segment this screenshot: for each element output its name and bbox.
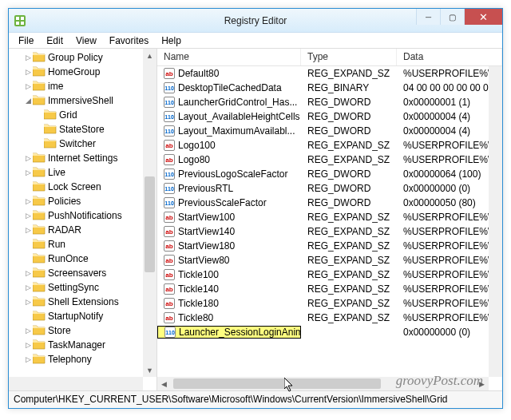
list-row[interactable]: abLogo80REG_EXPAND_SZ%USERPROFILE%\ xyxy=(157,153,502,167)
column-data[interactable]: Data xyxy=(397,49,502,65)
svg-rect-1 xyxy=(16,17,19,20)
expander-icon[interactable]: ▷ xyxy=(23,341,33,349)
expander-icon[interactable]: ▷ xyxy=(23,82,33,90)
list-row[interactable]: abTickle100REG_EXPAND_SZ%USERPROFILE%\ xyxy=(157,267,502,282)
tree-item[interactable]: ▷Store xyxy=(12,323,142,338)
tree-horizontal-scrollbar[interactable] xyxy=(9,377,143,390)
tree-item[interactable]: ▷Live xyxy=(12,165,142,180)
list-row[interactable]: abDefault80REG_EXPAND_SZ%USERPROFILE%\ xyxy=(157,66,502,81)
tree-item[interactable]: RunOnce xyxy=(12,252,142,266)
list-row[interactable]: abStartView100REG_EXPAND_SZ%USERPROFILE%… xyxy=(157,210,502,224)
value-type: REG_BINARY xyxy=(301,81,397,94)
expander-icon[interactable]: ▷ xyxy=(23,355,33,363)
scroll-thumb[interactable] xyxy=(145,176,155,272)
list-row[interactable]: abTickle80REG_EXPAND_SZ%USERPROFILE%\ xyxy=(157,311,502,325)
tree-pane[interactable]: ▷Group Policy▷HomeGroup▷ime◢ImmersiveShe… xyxy=(9,49,157,390)
expander-icon[interactable]: ▷ xyxy=(23,269,33,277)
svg-rect-3 xyxy=(16,22,19,25)
expander-icon[interactable]: ▷ xyxy=(23,283,33,291)
value-type: REG_EXPAND_SZ xyxy=(301,268,397,281)
menu-favorites[interactable]: Favorites xyxy=(103,34,155,48)
tree-item[interactable]: ▷Internet Settings xyxy=(12,151,142,165)
tree-label: ime xyxy=(48,81,63,92)
value-type: REG_EXPAND_SZ xyxy=(301,254,397,267)
folder-icon xyxy=(33,339,48,352)
menu-view[interactable]: View xyxy=(69,34,103,48)
tree-item[interactable]: ▷TaskManager xyxy=(12,338,142,352)
scroll-up-icon[interactable]: ▲ xyxy=(143,49,156,62)
list-pane[interactable]: Name Type Data abDefault80REG_EXPAND_SZ%… xyxy=(157,49,502,390)
close-button[interactable]: ✕ xyxy=(464,9,502,25)
list-row[interactable]: abTickle140REG_EXPAND_SZ%USERPROFILE%\ xyxy=(157,282,502,296)
scroll-right-icon[interactable]: ▶ xyxy=(475,377,489,390)
tree-item[interactable]: StartupNotify xyxy=(12,309,142,323)
tree-item[interactable]: ▷Shell Extensions xyxy=(12,295,142,309)
expander-icon[interactable]: ▷ xyxy=(23,298,33,306)
list-row[interactable]: 110PreviousRTLREG_DWORD0x00000000 (0) xyxy=(157,181,502,196)
tree-item[interactable]: ▷SettingSync xyxy=(12,280,142,295)
value-data: %USERPROFILE%\ xyxy=(397,225,502,238)
expander-icon[interactable]: ▷ xyxy=(23,212,33,220)
scroll-thumb-h[interactable] xyxy=(173,378,381,389)
column-type[interactable]: Type xyxy=(301,49,397,65)
list-row[interactable]: abStartView140REG_EXPAND_SZ%USERPROFILE%… xyxy=(157,224,502,239)
tree-label: Shell Extensions xyxy=(48,296,119,307)
tree-item[interactable]: ▷ime xyxy=(12,79,142,93)
tree-item[interactable]: ▷HomeGroup xyxy=(12,65,142,79)
list-row[interactable]: 110DesktopTileCachedDataREG_BINARY04 00 … xyxy=(157,81,502,95)
list-vertical-scrollbar[interactable] xyxy=(489,66,502,377)
tree-item[interactable]: ◢ImmersiveShell xyxy=(12,93,142,108)
tree-item[interactable]: Grid xyxy=(12,108,142,122)
menu-edit[interactable]: Edit xyxy=(40,34,69,48)
list-row[interactable]: 110Launcher_SessionLoginAnimation_OnShow… xyxy=(157,325,502,339)
expander-icon[interactable]: ▷ xyxy=(23,53,33,61)
list-horizontal-scrollbar[interactable]: ◀ ▶ xyxy=(157,377,489,390)
list-row[interactable]: abTickle180REG_EXPAND_SZ%USERPROFILE%\ xyxy=(157,296,502,311)
list-row[interactable]: 110Layout_MaximumAvailabl...REG_DWORD0x0… xyxy=(157,124,502,138)
scroll-left-icon[interactable]: ◀ xyxy=(157,377,171,390)
expander-icon[interactable]: ▷ xyxy=(23,226,33,234)
tree-label: ImmersiveShell xyxy=(48,95,113,106)
expander-icon[interactable]: ▷ xyxy=(23,168,33,176)
tree-label: Internet Settings xyxy=(48,153,117,164)
list-row[interactable]: abStartView80REG_EXPAND_SZ%USERPROFILE%\ xyxy=(157,253,502,267)
expander-icon[interactable]: ▷ xyxy=(23,68,33,76)
tree-item[interactable]: ▷PushNotifications xyxy=(12,208,142,223)
tree-item[interactable]: ▷Screensavers xyxy=(12,266,142,280)
folder-icon xyxy=(33,51,48,65)
column-name[interactable]: Name xyxy=(157,49,301,65)
value-data: %USERPROFILE%\ xyxy=(397,240,502,252)
maximize-button[interactable]: ▢ xyxy=(440,9,464,25)
tree-item[interactable]: StateStore xyxy=(12,122,142,137)
list-row[interactable]: 110PreviousLogoScaleFactorREG_DWORD0x000… xyxy=(157,167,502,181)
scroll-down-icon[interactable]: ▼ xyxy=(143,363,156,377)
list-row[interactable]: 110LauncherGridControl_Has...REG_DWORD0x… xyxy=(157,95,502,109)
menu-file[interactable]: File xyxy=(12,34,40,48)
tree-item[interactable]: ▷RADAR xyxy=(12,223,142,237)
expander-icon[interactable]: ◢ xyxy=(23,97,33,105)
tree-item[interactable]: Run xyxy=(12,237,142,252)
binary-value-icon: 110 xyxy=(164,82,175,93)
titlebar[interactable]: Registry Editor ─ ▢ ✕ xyxy=(9,9,502,33)
minimize-button[interactable]: ─ xyxy=(416,9,440,25)
list-row[interactable]: 110Layout_AvailableHeightCellsREG_DWORD0… xyxy=(157,109,502,124)
value-data: %USERPROFILE%\ xyxy=(397,311,502,324)
tree-item[interactable]: ▷Policies xyxy=(12,194,142,208)
menu-help[interactable]: Help xyxy=(155,34,188,48)
tree-item[interactable]: Lock Screen xyxy=(12,180,142,194)
tree-item[interactable]: Switcher xyxy=(12,137,142,151)
tree-vertical-scrollbar[interactable]: ▲ ▼ xyxy=(143,49,156,377)
value-type: REG_DWORD xyxy=(301,168,397,180)
list-row[interactable]: abLogo100REG_EXPAND_SZ%USERPROFILE%\ xyxy=(157,138,502,153)
list-row[interactable]: 110PreviousScaleFactorREG_DWORD0x0000005… xyxy=(157,196,502,210)
value-name: abLogo100 xyxy=(157,139,301,152)
binary-value-icon: 110 xyxy=(164,97,175,108)
expander-icon[interactable]: ▷ xyxy=(23,327,33,335)
expander-icon[interactable]: ▷ xyxy=(23,197,33,205)
expander-icon[interactable]: ▷ xyxy=(23,154,33,162)
tree-item[interactable]: ▷Group Policy xyxy=(12,50,142,65)
folder-icon xyxy=(33,281,48,295)
list-row[interactable]: abStartView180REG_EXPAND_SZ%USERPROFILE%… xyxy=(157,239,502,253)
tree-item[interactable]: ▷Telephony xyxy=(12,352,142,367)
value-data: %USERPROFILE%\ xyxy=(397,211,502,224)
